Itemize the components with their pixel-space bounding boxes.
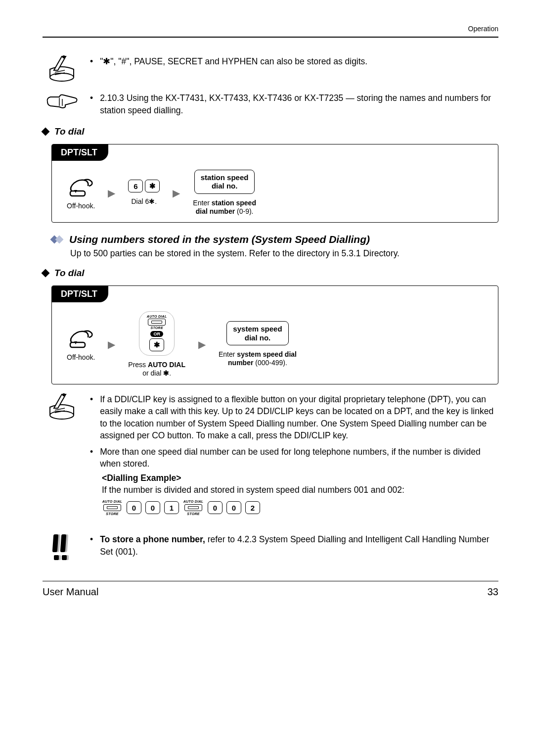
key-star: ✱ <box>149 338 164 351</box>
key-0: 0 <box>226 501 241 514</box>
step-enter-system-speed: Enter system speed dial number (000-499)… <box>219 350 297 368</box>
arrow-icon: ▶ <box>108 187 115 199</box>
hand-pointing-icon <box>45 92 78 110</box>
procedure-box-system-speed: DPT/SLT Off-hook. ▶ AUTO DIAL STORE <box>51 285 498 384</box>
note1-text: "✱", "#", PAUSE, SECRET and HYPHEN can a… <box>100 55 367 68</box>
arrow-icon: ▶ <box>173 187 180 199</box>
svg-rect-6 <box>70 191 85 196</box>
to-dial-heading-1: To dial <box>54 126 85 137</box>
key-2: 2 <box>245 501 260 514</box>
arrow-icon: ▶ <box>108 338 115 350</box>
svg-point-3 <box>62 55 65 58</box>
system-speed-dialling-heading: Using numbers stored in the system (Syst… <box>69 234 370 245</box>
offhook-icon <box>67 327 95 348</box>
step-press-autodial: Press AUTO DIAL or dial ✱. <box>128 361 185 378</box>
svg-rect-8 <box>70 342 85 347</box>
bullet: • <box>90 393 93 442</box>
bullet: • <box>90 55 93 68</box>
arrow-icon: ▶ <box>198 338 206 350</box>
key-star: ✱ <box>145 180 160 192</box>
note2-bullet1: If a DDI/CLIP key is assigned to a flexi… <box>100 393 498 442</box>
important-text: To store a phone number, refer to 4.2.3 … <box>100 533 498 558</box>
bullet: • <box>90 92 93 116</box>
step-dial-6star: Dial 6✱. <box>131 197 157 206</box>
key-0: 0 <box>145 501 160 514</box>
svg-point-10 <box>50 411 74 419</box>
key-0: 0 <box>208 501 222 514</box>
svg-point-13 <box>62 393 65 396</box>
procedure-box-station-speed: DPT/SLT Off-hook. ▶ 6 ✱ Dial 6✱. ▶ <box>51 144 498 223</box>
dual-diamond-icon <box>51 236 64 243</box>
step-offhook-label: Off-hook. <box>67 202 95 211</box>
svg-point-0 <box>50 73 74 81</box>
ref1-text: 2.10.3 Using the KX-T7431, KX-T7433, KX-… <box>100 92 498 116</box>
section-label: Operation <box>43 25 498 33</box>
key-6: 6 <box>128 180 143 192</box>
system-speed-dialling-desc: Up to 500 parties can be stored in the s… <box>70 248 498 259</box>
step-offhook-label: Off-hook. <box>67 353 95 362</box>
footer-left: User Manual <box>43 586 98 598</box>
dialling-example-keys: AUTO DIAL STORE 0 0 1 AUTO DIAL STORE 0 … <box>102 499 498 517</box>
important-icon <box>51 533 73 561</box>
page-number: 33 <box>488 586 498 598</box>
bullet: • <box>90 533 93 558</box>
key-1: 1 <box>164 501 179 514</box>
diamond-icon <box>42 128 50 136</box>
procedure-tab: DPT/SLT <box>52 144 108 161</box>
offhook-icon <box>67 175 95 197</box>
procedure-tab: DPT/SLT <box>52 286 108 302</box>
note-icon <box>47 55 77 82</box>
autodial-or-star: AUTO DIAL STORE OR ✱ <box>139 311 175 356</box>
note-icon <box>47 393 77 420</box>
note2-bullet2: More than one speed dial number can be u… <box>100 446 498 470</box>
dialling-example-text: If the number is divided and stored in s… <box>102 484 498 496</box>
step-enter-station-speed: Enter station speed dial number (0-9). <box>193 199 256 216</box>
system-speed-dial-input: system speed dial no. <box>226 321 288 345</box>
top-rule <box>43 37 498 38</box>
bullet: • <box>90 446 93 470</box>
key-0: 0 <box>127 501 141 514</box>
diamond-icon <box>42 269 50 277</box>
station-speed-dial-input: station speed dial no. <box>194 170 255 194</box>
dialling-example-title: <Dialling Example> <box>102 472 498 484</box>
to-dial-heading-2: To dial <box>54 268 85 279</box>
footer-rule <box>43 581 498 581</box>
